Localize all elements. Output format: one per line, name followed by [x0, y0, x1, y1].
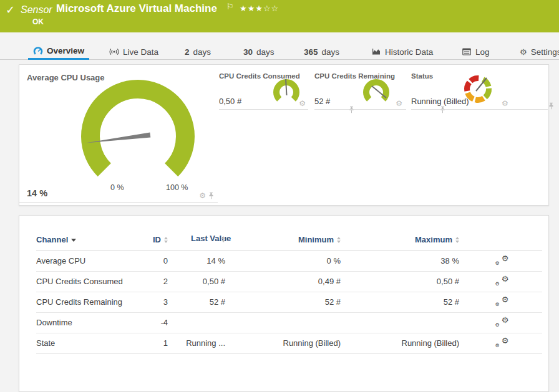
- credits-consumed-value: 0,50 #: [219, 97, 241, 106]
- status-value: Running (Billed): [411, 97, 469, 106]
- channel-settings-gears-icon[interactable]: ⚙⚙: [495, 296, 509, 307]
- channel-maximum: 52 #: [343, 292, 462, 312]
- channel-name[interactable]: CPU Credits Remaining: [36, 292, 142, 312]
- column-header-last-value[interactable]: Last Value: [170, 233, 228, 251]
- tab-settings[interactable]: ⚙ Settings: [520, 44, 559, 60]
- channel-id: 2: [142, 271, 170, 292]
- tab-overview-label: Overview: [47, 46, 84, 55]
- gauge-icon: [33, 46, 43, 56]
- channel-settings-gears-icon[interactable]: ⚙⚙: [495, 275, 509, 286]
- sort-descending-icon: [71, 239, 76, 242]
- channels-table: Channel ID Last Value Minimum Maximum Av…: [36, 233, 542, 354]
- column-header-settings: [462, 233, 542, 251]
- tab-365-days[interactable]: 365 days: [304, 44, 339, 60]
- status-tile: Status Running (Billed) ⚙: [411, 70, 548, 110]
- gear-icon: ⚙: [520, 48, 527, 56]
- channel-last-value: 0,50 #: [170, 271, 228, 292]
- channel-settings-gears-icon[interactable]: ⚙⚙: [495, 317, 509, 327]
- gauge-settings-gear-icon[interactable]: ⚙: [199, 192, 206, 199]
- channel-maximum: Running (Billed): [343, 333, 462, 353]
- gauge-scale-min: 0 %: [110, 183, 124, 192]
- channel-maximum: 38 %: [343, 251, 462, 271]
- channel-last-value: 14 %: [170, 251, 228, 271]
- sort-icon: [455, 237, 459, 243]
- tab-log[interactable]: Log: [462, 44, 490, 60]
- column-header-last-value-label: Last Value: [191, 233, 218, 244]
- channel-name[interactable]: CPU Credits Consumed: [36, 271, 142, 292]
- tab-live-data-label: Live Data: [123, 47, 158, 57]
- channel-maximum: 0,50 #: [343, 271, 462, 292]
- sort-icon: [221, 236, 225, 242]
- log-list-icon: [462, 47, 472, 57]
- column-header-maximum-label: Maximum: [415, 235, 452, 244]
- stars-filled: ★★★: [240, 4, 263, 13]
- credits-remaining-gauge: [359, 76, 394, 107]
- sensor-status-text: OK: [32, 17, 44, 26]
- channel-id: 3: [142, 292, 170, 312]
- tab-live-data[interactable]: Live Data: [109, 44, 158, 60]
- tab-2-days-label: days: [193, 47, 211, 57]
- channel-id: 1: [142, 333, 170, 353]
- tab-2-days[interactable]: 2 days: [185, 44, 211, 60]
- sensor-page: ✓ Sensor Microsoft Azure Virtual Machine…: [0, 0, 559, 392]
- channel-settings-gears-icon[interactable]: ⚙⚙: [495, 337, 509, 348]
- live-signal-icon: [109, 47, 119, 57]
- gauge-scale-max: 100 %: [166, 183, 188, 192]
- channel-minimum: Running (Billed): [228, 333, 343, 353]
- sensor-status-banner: ✓ Sensor Microsoft Azure Virtual Machine…: [0, 0, 559, 32]
- chart-icon: [371, 47, 381, 57]
- gauge-settings-gear-icon[interactable]: ⚙: [502, 100, 508, 107]
- channel-last-value: Running ...: [170, 333, 228, 353]
- gauge-settings-gear-icon[interactable]: ⚙: [396, 100, 402, 107]
- table-header-row: Channel ID Last Value Minimum Maximum: [36, 233, 542, 251]
- channel-name[interactable]: Average CPU: [36, 251, 142, 271]
- object-kind-label: Sensor: [21, 4, 52, 16]
- channel-name[interactable]: Downtime: [36, 312, 142, 333]
- sort-icon: [337, 237, 341, 243]
- tab-365-days-number: 365: [304, 47, 318, 57]
- table-row: Downtime -4 ⚙⚙: [36, 312, 542, 333]
- tab-365-days-label: days: [322, 47, 340, 57]
- ok-check-icon: ✓: [6, 3, 15, 17]
- table-row: CPU Credits Remaining 3 52 # 52 # 52 # ⚙…: [36, 292, 542, 312]
- column-header-minimum-label: Minimum: [298, 235, 334, 244]
- channel-minimum: 52 #: [228, 292, 343, 312]
- gauge-title: Status: [411, 72, 433, 80]
- channels-panel: Channel ID Last Value Minimum Maximum Av…: [19, 215, 549, 392]
- tab-historic-data-label: Historic Data: [385, 47, 433, 57]
- sort-icon: [164, 237, 168, 243]
- column-header-minimum[interactable]: Minimum: [228, 233, 343, 251]
- flag-icon[interactable]: ⚐: [226, 2, 234, 11]
- column-header-id[interactable]: ID: [142, 233, 170, 251]
- tab-settings-label: Settings: [531, 47, 559, 57]
- gauge-settings-gear-icon[interactable]: ⚙: [299, 100, 306, 107]
- tab-30-days[interactable]: 30 days: [243, 44, 275, 60]
- tab-overview[interactable]: Overview: [28, 44, 89, 60]
- sensor-title: Microsoft Azure Virtual Machine: [56, 2, 217, 15]
- tab-historic-data[interactable]: Historic Data: [371, 44, 433, 60]
- average-cpu-gauge-tile: Average CPU Usage 0 % 100 % 14 % ⚙: [19, 65, 218, 203]
- credits-remaining-value: 52 #: [314, 97, 330, 106]
- channel-name[interactable]: State: [36, 333, 142, 353]
- pin-icon[interactable]: [208, 192, 214, 199]
- stars-empty: ☆☆: [263, 4, 279, 13]
- channel-id: 0: [142, 251, 170, 271]
- channel-minimum: 0,49 #: [228, 271, 343, 292]
- table-row: Average CPU 0 14 % 0 % 38 % ⚙⚙: [36, 251, 542, 271]
- channel-minimum: 0 %: [228, 251, 343, 271]
- channel-id: -4: [142, 312, 170, 333]
- credits-consumed-tile: CPU Credits Consumed 0,50 # ⚙: [219, 70, 308, 110]
- gauges-panel: Average CPU Usage 0 % 100 % 14 % ⚙ CPU C…: [19, 64, 549, 206]
- channel-maximum: [343, 312, 462, 333]
- channel-last-value: [170, 312, 228, 333]
- pin-icon[interactable]: [548, 102, 554, 110]
- channel-settings-gears-icon[interactable]: ⚙⚙: [495, 255, 509, 265]
- column-header-channel[interactable]: Channel: [36, 233, 142, 251]
- tab-30-days-number: 30: [243, 47, 253, 57]
- column-header-maximum[interactable]: Maximum: [343, 233, 462, 251]
- priority-stars[interactable]: ★★★☆☆: [240, 4, 279, 13]
- credits-remaining-tile: CPU Credits Remaining 52 # ⚙: [314, 70, 406, 110]
- tab-log-label: Log: [475, 47, 490, 57]
- tab-bar: Overview Live Data 2 days 30 days 365 da…: [0, 44, 559, 60]
- tab-2-days-number: 2: [185, 47, 190, 57]
